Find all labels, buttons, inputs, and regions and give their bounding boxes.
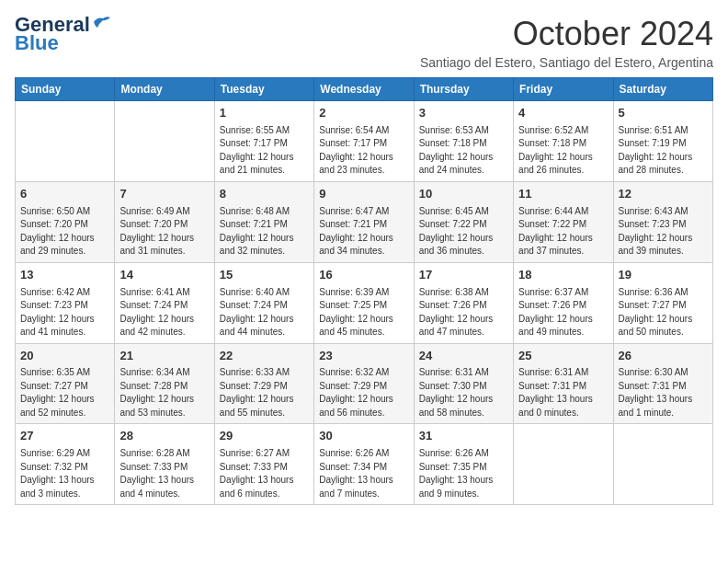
- calendar-cell: 15Sunrise: 6:40 AMSunset: 7:24 PMDayligh…: [214, 262, 313, 343]
- sunset-text: Sunset: 7:29 PM: [220, 381, 288, 391]
- sunset-text: Sunset: 7:26 PM: [518, 300, 586, 310]
- weekday-header-cell: Monday: [115, 78, 214, 101]
- daylight-text: Daylight: 12 hours and 21 minutes.: [220, 152, 294, 176]
- logo-blue: Blue: [15, 33, 59, 53]
- sunrise-text: Sunrise: 6:32 AM: [319, 367, 389, 377]
- calendar-cell: [115, 101, 214, 182]
- sunrise-text: Sunrise: 6:35 AM: [20, 367, 90, 377]
- calendar-cell: 6Sunrise: 6:50 AMSunset: 7:20 PMDaylight…: [16, 181, 115, 262]
- weekday-header-cell: Thursday: [414, 78, 513, 101]
- daylight-text: Daylight: 12 hours and 23 minutes.: [319, 152, 393, 176]
- day-number: 20: [20, 348, 109, 365]
- calendar-cell: 24Sunrise: 6:31 AMSunset: 7:30 PMDayligh…: [414, 343, 513, 424]
- calendar-cell: 29Sunrise: 6:27 AMSunset: 7:33 PMDayligh…: [214, 424, 313, 505]
- day-number: 2: [319, 105, 408, 122]
- daylight-text: Daylight: 12 hours and 50 minutes.: [619, 314, 693, 338]
- sunrise-text: Sunrise: 6:55 AM: [220, 125, 290, 135]
- sunrise-text: Sunrise: 6:38 AM: [419, 287, 489, 297]
- sunrise-text: Sunrise: 6:41 AM: [119, 287, 189, 297]
- sunrise-text: Sunrise: 6:52 AM: [518, 125, 588, 135]
- day-number: 25: [518, 348, 608, 365]
- sunrise-text: Sunrise: 6:31 AM: [419, 367, 489, 377]
- daylight-text: Daylight: 12 hours and 47 minutes.: [419, 314, 494, 338]
- calendar-cell: 1Sunrise: 6:55 AMSunset: 7:17 PMDaylight…: [214, 101, 313, 182]
- calendar-cell: 21Sunrise: 6:34 AMSunset: 7:28 PMDayligh…: [115, 343, 214, 424]
- daylight-text: Daylight: 12 hours and 55 minutes.: [220, 394, 294, 418]
- calendar-week-row: 6Sunrise: 6:50 AMSunset: 7:20 PMDaylight…: [16, 181, 713, 262]
- sunset-text: Sunset: 7:33 PM: [220, 462, 288, 472]
- daylight-text: Daylight: 12 hours and 34 minutes.: [319, 233, 393, 257]
- daylight-text: Daylight: 12 hours and 39 minutes.: [619, 233, 693, 257]
- daylight-text: Daylight: 12 hours and 37 minutes.: [518, 233, 593, 257]
- sunrise-text: Sunrise: 6:40 AM: [220, 287, 290, 297]
- logo-bird-icon: [92, 15, 112, 31]
- calendar-week-row: 1Sunrise: 6:55 AMSunset: 7:17 PMDaylight…: [16, 101, 713, 182]
- calendar-cell: [16, 101, 115, 182]
- sunset-text: Sunset: 7:28 PM: [119, 381, 188, 391]
- daylight-text: Daylight: 13 hours and 0 minutes.: [518, 394, 593, 418]
- sunrise-text: Sunrise: 6:27 AM: [220, 448, 290, 458]
- calendar-cell: 28Sunrise: 6:28 AMSunset: 7:33 PMDayligh…: [115, 424, 214, 505]
- calendar-cell: 13Sunrise: 6:42 AMSunset: 7:23 PMDayligh…: [16, 262, 115, 343]
- daylight-text: Daylight: 12 hours and 42 minutes.: [119, 314, 194, 338]
- weekday-header-cell: Sunday: [16, 78, 115, 101]
- daylight-text: Daylight: 13 hours and 4 minutes.: [119, 475, 194, 499]
- sunrise-text: Sunrise: 6:31 AM: [518, 367, 588, 377]
- day-number: 26: [619, 348, 708, 365]
- sunrise-text: Sunrise: 6:48 AM: [220, 206, 290, 216]
- calendar-cell: 11Sunrise: 6:44 AMSunset: 7:22 PMDayligh…: [514, 181, 613, 262]
- calendar-cell: 2Sunrise: 6:54 AMSunset: 7:17 PMDaylight…: [314, 101, 414, 182]
- daylight-text: Daylight: 12 hours and 58 minutes.: [419, 394, 494, 418]
- sunrise-text: Sunrise: 6:49 AM: [119, 206, 189, 216]
- sunset-text: Sunset: 7:18 PM: [518, 138, 586, 148]
- day-number: 28: [119, 428, 209, 445]
- sunrise-text: Sunrise: 6:26 AM: [319, 448, 389, 458]
- sunset-text: Sunset: 7:17 PM: [319, 138, 387, 148]
- sunset-text: Sunset: 7:29 PM: [319, 381, 387, 391]
- calendar-cell: 16Sunrise: 6:39 AMSunset: 7:25 PMDayligh…: [314, 262, 414, 343]
- sunrise-text: Sunrise: 6:53 AM: [419, 125, 489, 135]
- calendar-cell: 30Sunrise: 6:26 AMSunset: 7:34 PMDayligh…: [314, 424, 414, 505]
- sunset-text: Sunset: 7:30 PM: [419, 381, 487, 391]
- daylight-text: Daylight: 12 hours and 31 minutes.: [119, 233, 194, 257]
- day-number: 16: [319, 267, 408, 284]
- day-number: 29: [220, 428, 309, 445]
- sunrise-text: Sunrise: 6:37 AM: [518, 287, 588, 297]
- sunset-text: Sunset: 7:24 PM: [220, 300, 288, 310]
- day-number: 19: [619, 267, 708, 284]
- day-number: 10: [419, 186, 508, 203]
- calendar-cell: 18Sunrise: 6:37 AMSunset: 7:26 PMDayligh…: [514, 262, 613, 343]
- calendar-cell: 14Sunrise: 6:41 AMSunset: 7:24 PMDayligh…: [115, 262, 214, 343]
- sunset-text: Sunset: 7:25 PM: [319, 300, 387, 310]
- sunrise-text: Sunrise: 6:36 AM: [619, 287, 688, 297]
- calendar-cell: 5Sunrise: 6:51 AMSunset: 7:19 PMDaylight…: [613, 101, 712, 182]
- daylight-text: Daylight: 12 hours and 24 minutes.: [419, 152, 494, 176]
- sunset-text: Sunset: 7:20 PM: [119, 219, 188, 229]
- daylight-text: Daylight: 12 hours and 28 minutes.: [619, 152, 693, 176]
- day-number: 7: [119, 186, 209, 203]
- daylight-text: Daylight: 12 hours and 32 minutes.: [220, 233, 294, 257]
- calendar-cell: 19Sunrise: 6:36 AMSunset: 7:27 PMDayligh…: [613, 262, 712, 343]
- calendar-cell: 31Sunrise: 6:26 AMSunset: 7:35 PMDayligh…: [414, 424, 513, 505]
- day-number: 3: [419, 105, 508, 122]
- daylight-text: Daylight: 13 hours and 6 minutes.: [220, 475, 294, 499]
- calendar-cell: 20Sunrise: 6:35 AMSunset: 7:27 PMDayligh…: [16, 343, 115, 424]
- calendar-cell: 23Sunrise: 6:32 AMSunset: 7:29 PMDayligh…: [314, 343, 414, 424]
- day-number: 6: [20, 186, 109, 203]
- sunset-text: Sunset: 7:22 PM: [518, 219, 586, 229]
- day-number: 23: [319, 348, 408, 365]
- sunrise-text: Sunrise: 6:45 AM: [419, 206, 489, 216]
- daylight-text: Daylight: 12 hours and 36 minutes.: [419, 233, 494, 257]
- day-number: 4: [518, 105, 608, 122]
- day-number: 30: [319, 428, 408, 445]
- daylight-text: Daylight: 12 hours and 29 minutes.: [20, 233, 95, 257]
- sunrise-text: Sunrise: 6:54 AM: [319, 125, 389, 135]
- sunset-text: Sunset: 7:23 PM: [20, 300, 88, 310]
- day-number: 27: [20, 428, 109, 445]
- calendar-cell: 22Sunrise: 6:33 AMSunset: 7:29 PMDayligh…: [214, 343, 313, 424]
- month-title: October 2024: [420, 15, 713, 53]
- sunrise-text: Sunrise: 6:44 AM: [518, 206, 588, 216]
- weekday-header-cell: Friday: [514, 78, 613, 101]
- daylight-text: Daylight: 12 hours and 41 minutes.: [20, 314, 95, 338]
- sunrise-text: Sunrise: 6:47 AM: [319, 206, 389, 216]
